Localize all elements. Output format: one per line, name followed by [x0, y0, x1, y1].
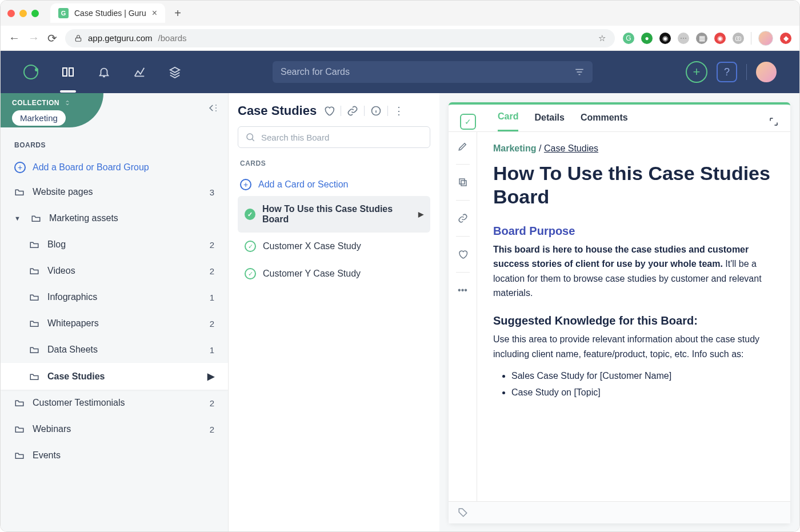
section-heading-suggested: Suggested Knowledge for this Board:	[493, 314, 774, 327]
extension-guru-icon[interactable]: G	[623, 33, 634, 44]
svg-point-4	[247, 134, 253, 140]
card-content: Marketing / Case Studies How To Use this…	[477, 132, 790, 501]
favorite-icon[interactable]	[458, 249, 468, 259]
nav-notifications-icon[interactable]	[98, 66, 110, 78]
nav-layers-icon[interactable]	[169, 66, 181, 78]
tab-details[interactable]: Details	[534, 113, 564, 131]
board-count: 3	[210, 187, 214, 197]
extension-camera-icon[interactable]	[733, 33, 744, 44]
extension-icon[interactable]: ◉	[714, 33, 726, 44]
board-label: Marketing assets	[49, 213, 118, 223]
card-item-customer-y[interactable]: ✓ Customer Y Case Study	[238, 260, 430, 287]
tag-bar[interactable]	[449, 501, 790, 523]
lock-icon	[74, 34, 82, 42]
url-host: app.getguru.com	[88, 33, 153, 43]
extension-icon[interactable]: ◆	[780, 33, 791, 44]
board-count: 2	[210, 319, 214, 329]
svg-point-2	[738, 38, 739, 39]
tab-card[interactable]: Card	[498, 111, 518, 131]
board-item-videos[interactable]: Videos 2	[1, 258, 228, 284]
expand-icon[interactable]	[769, 117, 779, 127]
board-label: Customer Testimonials	[33, 398, 125, 408]
reload-button[interactable]: ⟳	[47, 31, 57, 45]
add-board-label: Add a Board or Board Group	[33, 162, 149, 173]
board-search-input[interactable]: Search this Board	[238, 126, 430, 148]
board-item-case-studies[interactable]: Case Studies ▶	[1, 363, 228, 390]
verify-badge[interactable]: ✓	[460, 114, 476, 130]
profile-avatar[interactable]	[758, 31, 773, 46]
folder-icon	[14, 424, 25, 434]
collection-name[interactable]: Marketing	[12, 110, 66, 126]
more-icon[interactable]: ⋮	[394, 105, 404, 117]
browser-chrome: G Case Studies | Guru × + ← → ⟳ app.getg…	[1, 1, 799, 51]
nav-analytics-icon[interactable]	[133, 66, 146, 78]
create-button[interactable]: +	[686, 61, 707, 83]
bookmark-star-icon[interactable]: ☆	[598, 33, 606, 43]
sidebar: COLLECTION Marketing BOARDS + Add a Boar…	[1, 93, 228, 532]
board-item-events[interactable]: Events	[1, 442, 228, 469]
close-tab-icon[interactable]: ×	[152, 8, 157, 18]
board-item-data-sheets[interactable]: Data Sheets 1	[1, 337, 228, 363]
breadcrumb-board[interactable]: Case Studies	[544, 143, 598, 153]
folder-icon	[29, 371, 39, 382]
board-item-infographics[interactable]: Infographics 1	[1, 284, 228, 310]
extension-icon[interactable]: ⋯	[678, 33, 689, 44]
address-bar[interactable]: app.getguru.com/boards ☆	[65, 29, 615, 47]
board-item-blog[interactable]: Blog 2	[1, 231, 228, 258]
board-item-website-pages[interactable]: Website pages 3	[1, 179, 228, 205]
board-item-customer-testimonials[interactable]: Customer Testimonials 2	[1, 390, 228, 416]
nav-library-icon[interactable]	[61, 65, 75, 79]
app-logo[interactable]	[23, 65, 38, 79]
collapse-sidebar-icon[interactable]	[207, 102, 219, 114]
back-button[interactable]: ←	[9, 31, 20, 45]
copy-icon[interactable]	[458, 177, 468, 187]
card-item-how-to-use[interactable]: ✓ How To Use this Case Studies Board ▶	[238, 196, 430, 233]
extension-icon[interactable]: ▦	[696, 33, 707, 44]
chevron-down-icon[interactable]: ▼	[14, 215, 21, 222]
search-input[interactable]: Search for Cards	[273, 61, 593, 83]
folder-icon	[29, 318, 39, 329]
collection-dropdown-icon[interactable]	[64, 99, 71, 106]
link-icon[interactable]	[347, 105, 358, 117]
card-item-customer-x[interactable]: ✓ Customer X Case Study	[238, 233, 430, 260]
section-paragraph: This board is here to house the case stu…	[493, 242, 774, 301]
breadcrumb-collection[interactable]: Marketing	[493, 143, 537, 153]
board-label: Events	[33, 450, 61, 461]
chevron-right-icon: ▶	[207, 371, 214, 382]
folder-icon	[29, 266, 39, 276]
filter-icon[interactable]	[574, 67, 585, 77]
collection-header[interactable]: COLLECTION Marketing	[1, 93, 103, 127]
search-icon	[245, 132, 255, 142]
folder-icon	[14, 187, 25, 197]
forward-button[interactable]: →	[28, 31, 39, 45]
edit-icon[interactable]	[458, 141, 468, 151]
board-count: 2	[210, 398, 214, 408]
info-icon[interactable]	[370, 105, 382, 117]
list-item: Sales Case Study for [Customer Name]	[511, 368, 774, 385]
extension-icon[interactable]: ●	[641, 33, 653, 44]
board-column: Case Studies ⋮ Search this Board CARDS +…	[228, 93, 439, 532]
board-item-webinars[interactable]: Webinars 2	[1, 416, 228, 442]
more-icon[interactable]: •••	[458, 285, 467, 295]
board-item-whitepapers[interactable]: Whitepapers 2	[1, 310, 228, 337]
favicon: G	[58, 8, 69, 18]
add-card-button[interactable]: + Add a Card or Section	[238, 173, 430, 196]
browser-tab[interactable]: G Case Studies | Guru ×	[50, 3, 165, 23]
help-button[interactable]: ?	[717, 62, 737, 82]
favorite-icon[interactable]	[323, 105, 335, 117]
board-title: Case Studies	[238, 103, 317, 118]
user-avatar[interactable]	[756, 62, 777, 82]
svg-rect-0	[75, 38, 81, 41]
board-item-marketing-assets[interactable]: ▼ Marketing assets	[1, 205, 228, 231]
board-label: Videos	[47, 266, 75, 276]
cards-section-label: CARDS	[240, 159, 430, 167]
tab-comments[interactable]: Comments	[581, 113, 628, 131]
card-label: Customer X Case Study	[263, 241, 361, 251]
add-board-button[interactable]: + Add a Board or Board Group	[1, 156, 228, 179]
collection-label: COLLECTION	[12, 99, 59, 107]
window-controls[interactable]	[7, 10, 39, 17]
new-tab-button[interactable]: +	[170, 7, 186, 20]
extension-icon[interactable]: ◉	[659, 33, 671, 44]
plus-circle-icon: +	[14, 162, 26, 173]
link-icon[interactable]	[458, 213, 468, 223]
